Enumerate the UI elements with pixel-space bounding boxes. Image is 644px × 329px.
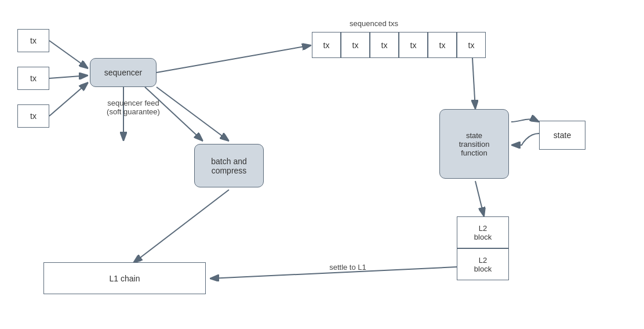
- state-box: state: [539, 121, 585, 150]
- svg-line-8: [133, 190, 229, 263]
- svg-line-10: [475, 181, 484, 216]
- sequencer-feed-label: sequencer feed(soft guarantee): [96, 99, 171, 116]
- svg-line-9: [472, 58, 475, 109]
- l1-chain-box: L1 chain: [43, 262, 206, 294]
- batch-compress-box: batch and compress: [194, 144, 264, 187]
- svg-line-4: [157, 45, 311, 73]
- seq-tx-6: tx: [457, 32, 486, 58]
- state-transition-box: state transition function: [439, 109, 509, 179]
- sequencer-box: sequencer: [90, 58, 157, 87]
- seq-tx-2: tx: [341, 32, 370, 58]
- settle-to-l1-label: settle to L1: [313, 263, 383, 272]
- tx-box-3: tx: [17, 104, 49, 128]
- svg-line-2: [49, 75, 88, 78]
- svg-line-1: [49, 41, 88, 68]
- seq-tx-1: tx: [312, 32, 341, 58]
- l2-block-2: L2 block: [457, 248, 509, 280]
- seq-tx-4: tx: [399, 32, 428, 58]
- seq-tx-5: tx: [428, 32, 457, 58]
- sequenced-txs-label: sequenced txs: [336, 19, 412, 28]
- architecture-diagram: tx tx tx sequencer sequencer feed(soft g…: [0, 0, 644, 329]
- tx-box-2: tx: [17, 67, 49, 90]
- svg-line-3: [49, 82, 88, 116]
- tx-box-1: tx: [17, 29, 49, 52]
- seq-tx-3: tx: [370, 32, 399, 58]
- l2-block-1: L2 block: [457, 216, 509, 248]
